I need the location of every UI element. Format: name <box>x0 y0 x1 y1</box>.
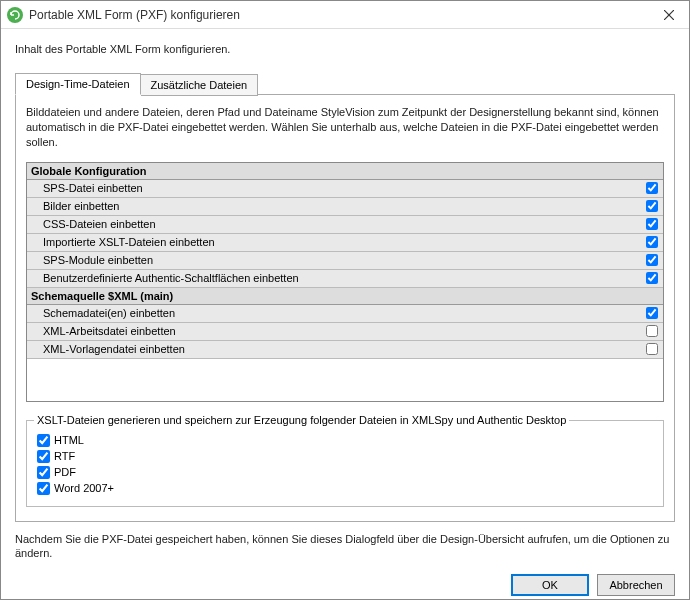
grid-row-checkbox-cell <box>641 200 663 212</box>
embed-checkbox[interactable] <box>646 254 658 266</box>
titlebar: Portable XML Form (PXF) konfigurieren <box>1 1 689 29</box>
tab-bar: Design-Time-Dateien Zusätzliche Dateien <box>15 73 675 95</box>
embed-checkbox[interactable] <box>646 200 658 212</box>
grid-row: XML-Vorlagendatei einbetten <box>27 341 663 359</box>
grid-row-label: Schemadatei(en) einbetten <box>27 307 641 319</box>
xslt-option-label: RTF <box>54 450 75 462</box>
grid-row-checkbox-cell <box>641 325 663 337</box>
app-icon <box>7 7 23 23</box>
grid-row-checkbox-cell <box>641 218 663 230</box>
grid-row-label: XML-Arbeitsdatei einbetten <box>27 325 641 337</box>
xslt-option-checkbox[interactable] <box>37 434 50 447</box>
close-button[interactable] <box>649 1 689 29</box>
grid-row: Schemadatei(en) einbetten <box>27 305 663 323</box>
xslt-fieldset: XSLT-Dateien generieren und speichern zu… <box>26 420 664 507</box>
grid-row-checkbox-cell <box>641 182 663 194</box>
grid-section-schema: Schemaquelle $XML (main) <box>27 288 663 305</box>
tab-additional-files[interactable]: Zusätzliche Dateien <box>141 74 259 96</box>
grid-row-checkbox-cell <box>641 272 663 284</box>
grid-row-label: CSS-Dateien einbetten <box>27 218 641 230</box>
xslt-option-label: PDF <box>54 466 76 478</box>
xslt-option: HTML <box>37 434 653 447</box>
dialog-window: Portable XML Form (PXF) konfigurieren In… <box>0 0 690 600</box>
grid-row: SPS-Datei einbetten <box>27 180 663 198</box>
intro-text: Inhalt des Portable XML Form konfigurier… <box>15 43 675 55</box>
grid-row-label: SPS-Datei einbetten <box>27 182 641 194</box>
xslt-option: PDF <box>37 466 653 479</box>
grid-row: Benutzerdefinierte Authentic-Schaltfläch… <box>27 270 663 288</box>
grid-section-global: Globale Konfiguration <box>27 163 663 180</box>
grid-row-checkbox-cell <box>641 343 663 355</box>
grid-row-label: Importierte XSLT-Dateien einbetten <box>27 236 641 248</box>
grid-row: CSS-Dateien einbetten <box>27 216 663 234</box>
embed-files-grid: Globale Konfiguration SPS-Datei einbette… <box>26 162 664 402</box>
grid-row-label: Bilder einbetten <box>27 200 641 212</box>
embed-checkbox[interactable] <box>646 343 658 355</box>
grid-row-label: Benutzerdefinierte Authentic-Schaltfläch… <box>27 272 641 284</box>
grid-row: XML-Arbeitsdatei einbetten <box>27 323 663 341</box>
grid-row-checkbox-cell <box>641 254 663 266</box>
grid-empty-space <box>27 359 663 401</box>
embed-checkbox[interactable] <box>646 325 658 337</box>
xslt-option-checkbox[interactable] <box>37 450 50 463</box>
grid-row: SPS-Module einbetten <box>27 252 663 270</box>
xslt-option: RTF <box>37 450 653 463</box>
grid-row: Importierte XSLT-Dateien einbetten <box>27 234 663 252</box>
cancel-button[interactable]: Abbrechen <box>597 574 675 596</box>
grid-row-checkbox-cell <box>641 307 663 319</box>
ok-button[interactable]: OK <box>511 574 589 596</box>
grid-row: Bilder einbetten <box>27 198 663 216</box>
button-bar: OK Abbrechen <box>15 574 675 596</box>
dialog-body: Inhalt des Portable XML Form konfigurier… <box>1 29 689 600</box>
tab-design-time-files[interactable]: Design-Time-Dateien <box>15 73 141 95</box>
embed-checkbox[interactable] <box>646 236 658 248</box>
grid-row-checkbox-cell <box>641 236 663 248</box>
xslt-option-checkbox[interactable] <box>37 466 50 479</box>
embed-checkbox[interactable] <box>646 307 658 319</box>
window-title: Portable XML Form (PXF) konfigurieren <box>29 8 649 22</box>
embed-checkbox[interactable] <box>646 272 658 284</box>
grid-row-label: XML-Vorlagendatei einbetten <box>27 343 641 355</box>
panel-description: Bilddateien und andere Dateien, deren Pf… <box>26 105 664 150</box>
embed-checkbox[interactable] <box>646 218 658 230</box>
xslt-option-checkbox[interactable] <box>37 482 50 495</box>
grid-row-label: SPS-Module einbetten <box>27 254 641 266</box>
xslt-fieldset-legend: XSLT-Dateien generieren und speichern zu… <box>34 414 569 426</box>
tab-panel: Bilddateien und andere Dateien, deren Pf… <box>15 94 675 522</box>
xslt-option-label: Word 2007+ <box>54 482 114 494</box>
xslt-option: Word 2007+ <box>37 482 653 495</box>
embed-checkbox[interactable] <box>646 182 658 194</box>
xslt-option-label: HTML <box>54 434 84 446</box>
footer-note: Nachdem Sie die PXF-Datei gespeichert ha… <box>15 532 675 561</box>
